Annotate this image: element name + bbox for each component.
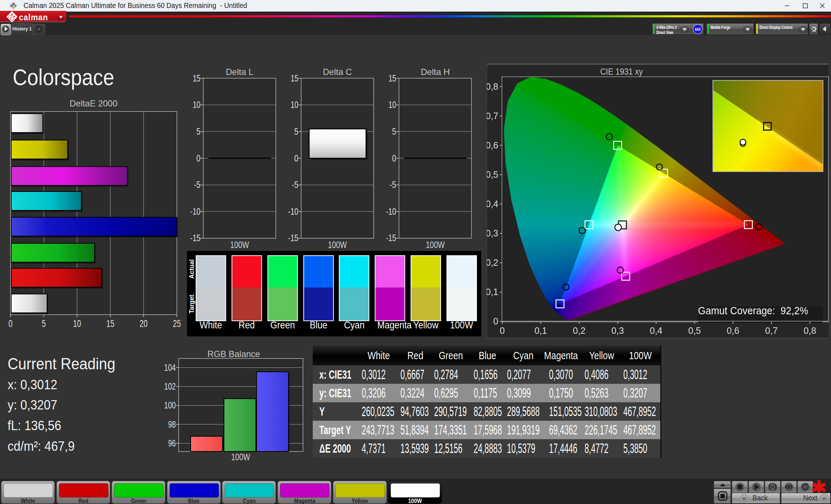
- svg-text:-5: -5: [390, 179, 396, 190]
- svg-text:10: 10: [193, 99, 200, 110]
- svg-text:10: 10: [291, 99, 298, 110]
- svg-text:DeltaE 2000: DeltaE 2000: [70, 98, 117, 108]
- svg-text:-10: -10: [288, 206, 298, 217]
- svg-text:-5: -5: [292, 179, 298, 190]
- svg-text:102: 102: [164, 381, 176, 392]
- svg-text:0: 0: [392, 153, 396, 164]
- svg-text:Delta C: Delta C: [323, 67, 352, 77]
- svg-text:-10: -10: [190, 206, 200, 217]
- svg-text:100W: 100W: [328, 239, 347, 250]
- svg-text:0,5: 0,5: [487, 169, 498, 180]
- svg-text:20: 20: [140, 318, 147, 329]
- svg-text:0: 0: [493, 316, 498, 326]
- svg-text:0,8: 0,8: [803, 326, 816, 336]
- svg-text:98: 98: [168, 419, 176, 430]
- svg-text:100W: 100W: [230, 239, 249, 250]
- svg-text:0,6: 0,6: [727, 326, 739, 336]
- svg-text:10: 10: [73, 318, 81, 329]
- svg-text:5: 5: [42, 318, 46, 329]
- svg-text:0,4: 0,4: [487, 199, 498, 209]
- svg-text:Delta H: Delta H: [421, 67, 450, 77]
- svg-text:Delta L: Delta L: [226, 67, 253, 77]
- svg-text:5: 5: [392, 126, 396, 137]
- svg-text:100: 100: [164, 400, 176, 411]
- svg-text:-15: -15: [190, 232, 200, 243]
- svg-text:0: 0: [294, 153, 298, 164]
- svg-text:96: 96: [168, 438, 176, 449]
- svg-text:5: 5: [196, 126, 200, 137]
- svg-text:10: 10: [389, 99, 396, 110]
- svg-text:RGB Balance: RGB Balance: [207, 349, 260, 359]
- svg-text:0,7: 0,7: [487, 111, 498, 121]
- svg-text:0,3: 0,3: [611, 326, 624, 336]
- svg-text:0,1: 0,1: [535, 326, 547, 336]
- svg-text:25: 25: [173, 318, 181, 329]
- svg-text:15: 15: [106, 318, 114, 329]
- svg-text:100W: 100W: [426, 239, 445, 250]
- svg-text:-5: -5: [194, 179, 200, 190]
- svg-text:0,7: 0,7: [765, 326, 778, 336]
- svg-text:0: 0: [500, 326, 505, 336]
- svg-text:5: 5: [294, 126, 298, 137]
- svg-text:104: 104: [164, 362, 176, 373]
- svg-text:15: 15: [291, 73, 298, 84]
- svg-text:-15: -15: [386, 232, 396, 243]
- svg-text:0,3: 0,3: [487, 228, 498, 238]
- svg-text:15: 15: [389, 73, 396, 84]
- svg-text:0,4: 0,4: [650, 326, 662, 336]
- svg-text:-15: -15: [288, 232, 298, 243]
- svg-text:0: 0: [9, 318, 13, 329]
- svg-text:15: 15: [193, 73, 200, 84]
- svg-text:0,5: 0,5: [688, 326, 701, 336]
- svg-text:0,2: 0,2: [487, 257, 498, 268]
- svg-text:0,2: 0,2: [573, 326, 586, 336]
- svg-text:0,6: 0,6: [487, 140, 498, 150]
- svg-text:-10: -10: [386, 206, 396, 217]
- svg-text:0,1: 0,1: [487, 287, 498, 297]
- svg-text:0,8: 0,8: [487, 81, 498, 92]
- svg-text:100W: 100W: [231, 452, 250, 462]
- svg-text:0: 0: [196, 153, 200, 164]
